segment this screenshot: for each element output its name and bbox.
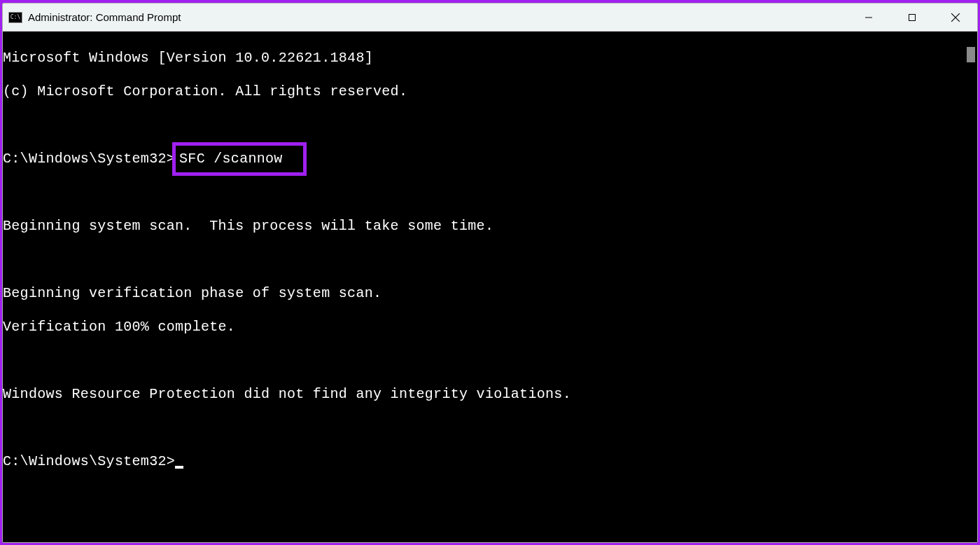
- output-line: Verification 100% complete.: [3, 319, 965, 336]
- blank-line: [3, 352, 965, 369]
- svg-rect-1: [909, 14, 916, 20]
- minimize-icon: [864, 13, 873, 22]
- output-line: (c) Microsoft Corporation. All rights re…: [3, 83, 965, 100]
- output-line: Windows Resource Protection did not find…: [3, 386, 965, 403]
- minimize-button[interactable]: [847, 4, 890, 31]
- prompt-path: C:\Windows\System32>: [3, 453, 175, 470]
- app-icon: C:\: [8, 12, 22, 23]
- prompt-line: C:\Windows\System32>: [3, 453, 965, 470]
- prompt-line: C:\Windows\System32>SFC /scannow: [3, 151, 965, 167]
- output-line: Beginning verification phase of system s…: [3, 285, 965, 302]
- scroll-thumb[interactable]: [967, 47, 975, 62]
- content-area: Microsoft Windows [Version 10.0.22621.18…: [3, 32, 977, 542]
- scrollbar[interactable]: [965, 32, 977, 542]
- window-title: Administrator: Command Prompt: [28, 11, 847, 23]
- blank-line: [3, 251, 965, 268]
- window-controls: [847, 4, 977, 31]
- blank-line: [3, 117, 965, 134]
- prompt-path: C:\Windows\System32>: [3, 151, 175, 167]
- close-button[interactable]: [934, 4, 977, 31]
- terminal-output[interactable]: Microsoft Windows [Version 10.0.22621.18…: [3, 32, 965, 542]
- maximize-button[interactable]: [890, 4, 934, 31]
- cursor: [175, 466, 183, 469]
- output-line: Microsoft Windows [Version 10.0.22621.18…: [3, 50, 965, 67]
- highlight-box: [172, 142, 307, 176]
- maximize-icon: [908, 13, 916, 22]
- command-wrap: SFC /scannow: [175, 151, 287, 167]
- close-icon: [951, 13, 960, 22]
- output-line: Beginning system scan. This process will…: [3, 218, 965, 235]
- blank-line: [3, 420, 965, 436]
- command-prompt-window: C:\ Administrator: Command Prompt Micros…: [2, 3, 978, 543]
- titlebar[interactable]: C:\ Administrator: Command Prompt: [3, 4, 977, 32]
- blank-line: [3, 184, 965, 201]
